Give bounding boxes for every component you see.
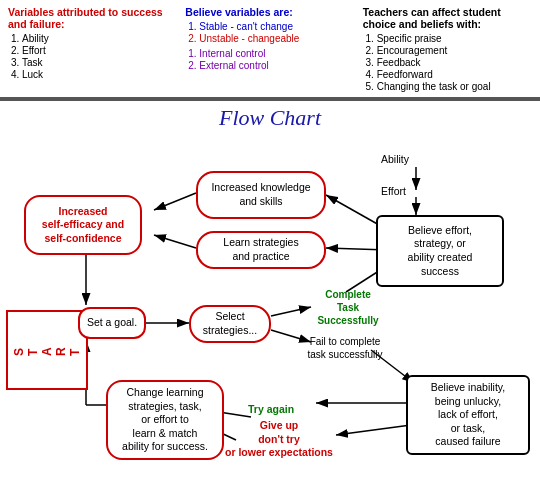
- list-item: Changing the task or goal: [377, 81, 532, 92]
- list-item: External control: [199, 60, 354, 71]
- select-strategies-box: Selectstrategies...: [189, 305, 271, 343]
- list-item: Feedback: [377, 57, 532, 68]
- col2-list: Stable - can't change Unstable - changea…: [185, 21, 354, 44]
- flow-section: Flow Chart: [0, 101, 540, 499]
- col1-list: Ability Effort Task Luck: [8, 33, 177, 80]
- give-up-label: Give updon't tryor lower expectations: [224, 419, 334, 460]
- ability-label: Ability: [381, 153, 409, 167]
- flow-title: Flow Chart: [6, 105, 534, 131]
- col3-title: Teachers can affect student choice and b…: [363, 6, 532, 30]
- list-item: Task: [22, 57, 177, 68]
- col-variables: Variables attributed to success and fail…: [8, 6, 177, 93]
- believe-effort-box: Believe effort,strategy, orability creat…: [376, 215, 504, 287]
- col-teachers: Teachers can affect student choice and b…: [363, 6, 532, 93]
- svg-line-14: [336, 425, 411, 435]
- list-item: Internal control: [199, 48, 354, 59]
- effort-label: Effort: [381, 185, 406, 199]
- list-item: Effort: [22, 45, 177, 56]
- list-item: Specific praise: [377, 33, 532, 44]
- increased-efficacy-box: Increasedself-efficacy andself-confidenc…: [24, 195, 142, 255]
- col3-list: Specific praise Encouragement Feedback F…: [363, 33, 532, 92]
- complete-task-label: CompleteTaskSuccessfully: [308, 288, 388, 327]
- col-believe: Believe variables are: Stable - can't ch…: [185, 6, 354, 93]
- learn-strategies-box: Learn strategiesand practice: [196, 231, 326, 269]
- top-section: Variables attributed to success and fail…: [0, 0, 540, 101]
- believe-inability-box: Believe inability,being unlucky,lack of …: [406, 375, 530, 455]
- svg-line-10: [271, 307, 311, 316]
- try-again-label: Try again: [248, 403, 294, 417]
- change-learning-box: Change learningstrategies, task,or effor…: [106, 380, 224, 460]
- start-label: START: [6, 310, 88, 390]
- set-goal-box: Set a goal.: [78, 307, 146, 339]
- increased-knowledge-box: Increased knowledgeand skills: [196, 171, 326, 219]
- list-item: Stable - can't change: [199, 21, 354, 32]
- list-item: Feedforward: [377, 69, 532, 80]
- svg-line-6: [154, 193, 196, 210]
- col2-list2: Internal control External control: [185, 48, 354, 71]
- flow-canvas: START Ability Effort Believe effort,stra…: [6, 135, 534, 495]
- list-item: Luck: [22, 69, 177, 80]
- list-item: Ability: [22, 33, 177, 44]
- col1-title: Variables attributed to success and fail…: [8, 6, 177, 30]
- list-item: Unstable - changeable: [199, 33, 354, 44]
- svg-line-7: [154, 235, 196, 248]
- col2-title: Believe variables are:: [185, 6, 354, 18]
- list-item: Encouragement: [377, 45, 532, 56]
- fail-task-label: Fail to completetask successfully: [301, 335, 389, 361]
